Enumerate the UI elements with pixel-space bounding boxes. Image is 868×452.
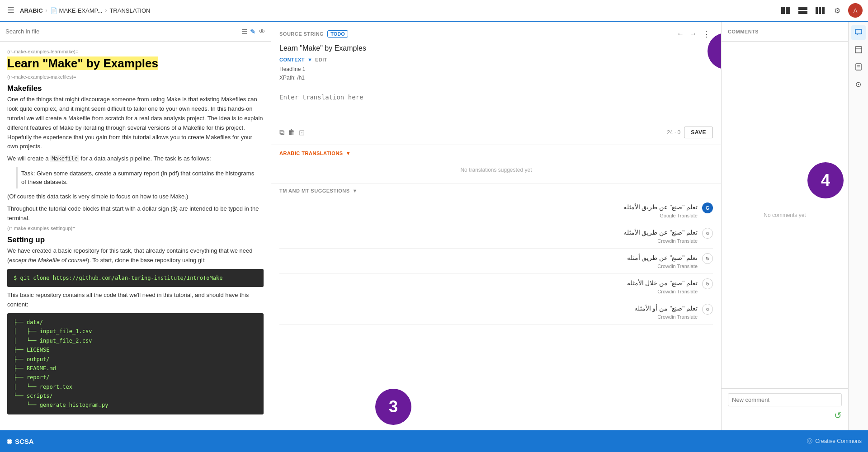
bottom-logo: ◉ SCSA [6,437,34,445]
translation-input-section: ⧉ 🗑 ⊡ 24 · 0 SAVE [271,87,721,145]
breadcrumb-arabic[interactable]: ARABIC [20,7,43,14]
breadcrumb-sep-2: › [105,7,107,14]
new-comment-input[interactable] [728,393,842,406]
pipeline-para: We will create a Makefile for a data ana… [7,154,264,164]
main-layout: ☰ ✎ 👁 (rr-make-examples-learnmake)= Lear… [0,22,868,452]
sidebar-settings-icon[interactable]: ⊙ [851,77,866,91]
sugg-text-block-2: تعلم "صنع" عن طريق الأمثله Crowdin Trans… [279,228,698,244]
settingup-heading: Setting up [7,235,264,245]
copy-icon[interactable]: ⧉ [279,128,284,137]
sidebar-history-icon[interactable] [851,42,866,57]
source-string-header: SOURCE STRING TODO ← → ⋮ [279,28,713,40]
right-sidebar: ⊙ [848,22,868,452]
suggestion-item: تعلم "صنع" عن طريق أمثله Crowdin Transla… [279,249,713,274]
crowdin-translate-icon-2[interactable]: ↻ [702,253,713,264]
svg-rect-4 [816,7,818,14]
source-string-label: SOURCE STRING [279,31,324,37]
cc-icon: ⓒ [807,438,812,445]
crowdin-translate-icon-4[interactable]: ↻ [702,304,713,315]
save-button[interactable]: SAVE [684,127,713,138]
more-menu[interactable]: ⋮ [700,28,713,40]
breadcrumb-sep-1: › [46,7,47,14]
settingup-para: We have created a basic repository for t… [7,246,264,265]
menu-icon[interactable]: ☰ [5,4,16,17]
sugg-text-3: تعلم "صنع" عن طريق أمثله [279,253,698,263]
avatar[interactable]: A [848,3,863,18]
sugg-text-4: تعلم "صنع" من خلال الأمثله [279,278,698,288]
arabic-translations-section: ARABIC TRANSLATIONS ▼ No translations su… [271,145,721,184]
settingup-para-2: This basic repository contains all the c… [7,291,264,310]
split-icon[interactable]: ⊡ [299,128,305,137]
prev-arrow[interactable]: ← [675,29,686,39]
source-string-section: SOURCE STRING TODO ← → ⋮ Learn "Make" by… [271,22,721,87]
file-tree: ├── data/ │ ├── input_file_1.csv │ └── i… [7,313,264,414]
arabic-translations-header: ARABIC TRANSLATIONS ▼ [279,151,713,156]
context-label[interactable]: CONTEXT [279,57,305,62]
sugg-source-3: Crowdin Translate [279,264,698,269]
breadcrumb-file[interactable]: 📄 MAKE-EXAMP... [50,7,103,14]
sugg-toggle-icon[interactable]: ▼ [353,188,358,193]
crowdin-translate-icon-1[interactable]: ↻ [702,228,713,239]
svg-rect-0 [781,7,785,14]
edit-link[interactable]: EDIT [315,57,327,62]
suggestion-item: تعلم "صنع" من أو الأمثله Crowdin Transla… [279,299,713,325]
sugg-source-1: Google Translate [279,213,698,218]
crowdin-translate-icon-3[interactable]: ↻ [702,278,713,289]
layout-icon-3[interactable] [814,4,826,17]
circle-badge-3: 3 [375,389,411,425]
no-comments-text: No comments yet [764,212,806,218]
suggestion-item: تعلم "صنع" من خلال الأمثله Crowdin Trans… [279,274,713,299]
suggestions-section: TM AND MT SUGGESTIONS ▼ تعلم "صنع" عن طر… [271,184,721,439]
sugg-text-2: تعلم "صنع" عن طريق الأمثله [279,228,698,237]
sugg-text-block-1: تعلم "صنع" عن طريق الأمثله Google Transl… [279,202,698,218]
edit-icon[interactable]: ✎ [250,28,256,36]
nav-arrows: ← → ⋮ [675,28,713,40]
char-count: 24 · 0 [667,129,680,136]
next-arrow[interactable]: → [688,29,698,39]
breadcrumb-translation: TRANSLATION [109,7,150,14]
layout-icon-1[interactable] [779,4,792,17]
right-panel: COMMENTS No comments yet 4 ↺ General que… [722,22,848,452]
sugg-text-block-4: تعلم "صنع" من خلال الأمثله Crowdin Trans… [279,278,698,294]
sugg-text-5: تعلم "صنع" من أو الأمثله [279,304,698,313]
logo-icon: ◉ [6,437,12,445]
circle-badge-4: 4 [807,162,844,198]
makefiles-para: One of the things that might discourage … [7,95,264,151]
source-content: (rr-make-examples-learnmake)= Learn "Mak… [0,42,271,452]
svg-rect-6 [822,7,825,14]
breadcrumb: ARABIC › 📄 MAKE-EXAMP... › TRANSLATION [20,7,150,14]
arabic-translations-toggle-icon[interactable]: ▼ [346,151,351,156]
bottom-bar: ◉ SCSA ⓒ Creative Commons [0,430,868,452]
left-panel: ☰ ✎ 👁 (rr-make-examples-learnmake)= Lear… [0,22,271,452]
send-comment-button[interactable]: ↺ [834,410,842,421]
context-row: CONTEXT ▼ EDIT [279,57,713,62]
blockquote: Task: Given some datasets, create a summ… [16,167,264,188]
svg-rect-1 [786,7,790,14]
settings-icon[interactable]: ⚙ [831,4,844,17]
logo-text: SCSA [15,438,34,445]
search-input[interactable] [5,28,238,35]
suggestion-item: تعلم "صنع" عن طريق الأمثله Crowdin Trans… [279,223,713,249]
sugg-header: TM AND MT SUGGESTIONS ▼ [279,188,713,193]
context-toggle-icon[interactable]: ▼ [307,57,312,62]
comments-label: COMMENTS [728,29,759,34]
source-key-2: (rr-make-examples-makefiles)= [7,74,264,80]
google-translate-icon[interactable]: G [702,202,713,213]
translation-input[interactable] [279,94,713,121]
sugg-source-2: Crowdin Translate [279,238,698,244]
source-string-text: Learn "Make" by Examples [279,44,713,52]
delete-icon[interactable]: 🗑 [288,128,295,137]
svg-rect-8 [855,47,862,53]
arabic-translations-label[interactable]: ARABIC TRANSLATIONS [279,151,343,156]
source-title: Learn "Make" by Examples [7,55,264,71]
sidebar-comments-icon[interactable] [851,25,866,40]
makefiles-heading: Makefiles [7,84,264,93]
search-icons: ☰ ✎ 👁 [241,28,265,36]
layout-icon-2[interactable] [797,4,809,17]
eye-icon[interactable]: 👁 [259,28,265,35]
list-icon[interactable]: ☰ [241,28,247,36]
sidebar-file-icon[interactable] [851,60,866,74]
search-bar: ☰ ✎ 👁 [0,22,271,42]
no-translations: No translations suggested yet [279,160,713,180]
tm-suggestions-label[interactable]: TM AND MT SUGGESTIONS [279,188,350,193]
